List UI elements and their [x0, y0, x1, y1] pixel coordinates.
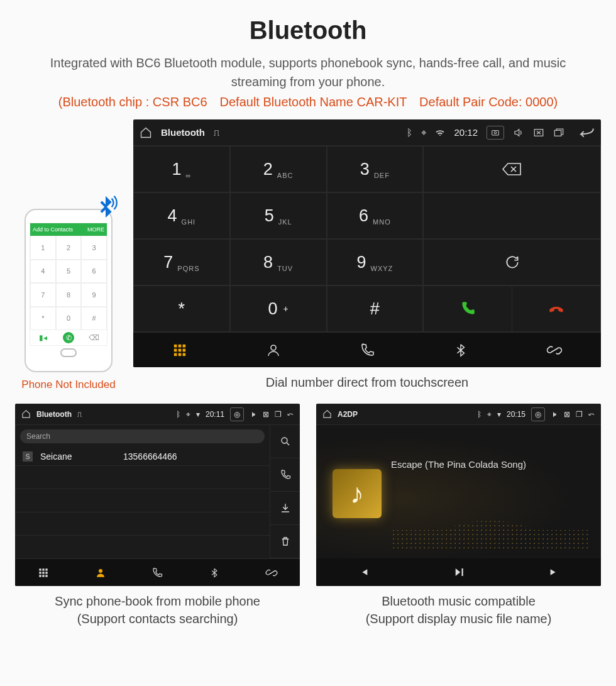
volume-icon[interactable]: 🕨 [250, 410, 257, 419]
screenshot-icon[interactable]: ◎ [230, 407, 244, 421]
svg-rect-7 [174, 348, 177, 351]
tab-recent[interactable] [321, 333, 414, 367]
tab-contacts[interactable] [72, 559, 129, 586]
contacts-status-bar: Bluetooth ⎍ ᛒ ⌖ ▾ 20:11 ◎ 🕨 ⊠ ❐ ⤺ [15, 404, 300, 425]
svg-rect-16 [43, 568, 45, 570]
close-screen-icon[interactable]: ⊠ [263, 410, 269, 419]
key-9[interactable]: 9WXYZ [327, 239, 424, 285]
key-2[interactable]: 2ABC [230, 146, 327, 192]
tab-keypad[interactable] [15, 559, 72, 586]
phone-bar-more: MORE [87, 226, 104, 233]
phone-keypad: 123 456 789 *0# [30, 236, 107, 330]
recent-apps-icon[interactable]: ❐ [275, 410, 282, 419]
key-0[interactable]: 0+ [230, 285, 327, 332]
tab-contacts[interactable] [227, 333, 321, 367]
key-6[interactable]: 6MNO [327, 192, 424, 239]
recent-apps-icon[interactable] [553, 127, 564, 138]
album-art-icon: ♪ [333, 469, 382, 518]
tab-pair[interactable] [507, 333, 601, 367]
volume-icon[interactable]: 🕨 [551, 410, 558, 419]
svg-rect-17 [46, 568, 48, 570]
svg-rect-20 [46, 572, 48, 573]
music-screen-title: A2DP [338, 410, 358, 419]
contacts-screen-title: Bluetooth [36, 410, 72, 419]
dialer-screen: Bluetooth ⎍ ᛒ ⌖ 20:12 1∞ 2ABC 3DEF 4GHI [133, 119, 601, 367]
dialer-caption: Dial number direct from touchscreen [133, 373, 601, 391]
music-screen: A2DP ᛒ ⌖ ▾ 20:15 ◎ 🕨 ⊠ ❐ ⤺ Escape (The P… [316, 404, 601, 586]
key-7[interactable]: 7PQRS [133, 239, 230, 285]
svg-rect-8 [179, 348, 182, 351]
key-3[interactable]: 3DEF [327, 146, 424, 192]
contact-row[interactable]: S Seicane 13566664466 [15, 448, 270, 466]
side-search-icon[interactable] [270, 425, 300, 458]
key-8[interactable]: 8TUV [230, 239, 327, 285]
clock-text: 20:11 [206, 410, 224, 419]
tab-recent[interactable] [129, 559, 186, 586]
back-icon[interactable]: ⤺ [287, 410, 294, 419]
dialer-screen-title: Bluetooth [161, 127, 205, 138]
key-5[interactable]: 5JKL [230, 192, 327, 239]
hangup-button[interactable] [512, 286, 600, 331]
tab-keypad[interactable] [133, 333, 227, 367]
dialer-status-bar: Bluetooth ⎍ ᛒ ⌖ 20:12 [133, 119, 601, 146]
contacts-caption: Sync phone-book from mobile phone(Suppor… [15, 592, 300, 628]
svg-point-1 [494, 131, 497, 134]
phone-mockup: Add to Contacts MORE 123 456 789 *0# ▮◂ … [25, 209, 113, 372]
contact-number: 13566664466 [123, 451, 177, 462]
bluetooth-icon: ᛒ [407, 127, 412, 138]
contacts-search-input[interactable]: Search [20, 429, 265, 443]
close-screen-icon[interactable] [533, 127, 544, 138]
tab-bluetooth[interactable] [414, 333, 507, 367]
music-controls [316, 558, 601, 586]
visualizer [392, 493, 588, 550]
svg-rect-4 [174, 344, 177, 347]
close-screen-icon[interactable]: ⊠ [564, 410, 570, 419]
screenshot-icon[interactable] [487, 126, 504, 140]
bluetooth-icon: ᛒ [477, 410, 481, 419]
svg-point-13 [271, 345, 276, 350]
call-button[interactable] [424, 286, 512, 331]
play-pause-button[interactable] [411, 558, 506, 586]
svg-point-14 [282, 438, 287, 443]
now-playing-title: Escape (The Pina Colada Song) [391, 459, 526, 470]
wifi-icon: ▾ [497, 410, 501, 419]
home-icon[interactable] [140, 126, 152, 139]
bluetooth-signal-icon [91, 194, 120, 223]
bluetooth-icon: ᛒ [176, 410, 180, 419]
key-star[interactable]: * [133, 285, 230, 332]
redial-button[interactable] [424, 240, 600, 285]
back-icon[interactable] [578, 127, 595, 138]
clock-text: 20:15 [507, 410, 525, 419]
volume-icon[interactable] [513, 127, 524, 138]
svg-rect-21 [40, 575, 41, 577]
prev-track-button[interactable] [316, 558, 411, 586]
home-icon[interactable] [21, 409, 31, 419]
dialer-keypad: 1∞ 2ABC 3DEF 4GHI 5JKL 6MNO 7PQRS 8TUV 9… [133, 146, 423, 332]
key-4[interactable]: 4GHI [133, 192, 230, 239]
page-title: Bluetooth [0, 0, 616, 53]
phone-delete-icon: ⌫ [81, 330, 107, 345]
side-download-icon[interactable] [270, 492, 300, 525]
side-call-icon[interactable] [270, 458, 300, 492]
svg-rect-11 [179, 353, 182, 356]
home-icon[interactable] [322, 409, 332, 419]
back-icon[interactable]: ⤺ [588, 410, 595, 419]
screenshot-icon[interactable]: ◎ [531, 407, 545, 421]
music-status-bar: A2DP ᛒ ⌖ ▾ 20:15 ◎ 🕨 ⊠ ❐ ⤺ [316, 404, 601, 425]
side-delete-icon[interactable] [270, 525, 300, 558]
key-1[interactable]: 1∞ [133, 146, 230, 192]
svg-rect-10 [174, 353, 177, 356]
backspace-button[interactable] [424, 147, 600, 192]
location-icon: ⌖ [487, 410, 492, 419]
svg-point-24 [99, 569, 102, 573]
location-icon: ⌖ [421, 127, 426, 138]
tab-bluetooth[interactable] [186, 559, 243, 586]
recent-apps-icon[interactable]: ❐ [576, 410, 583, 419]
usb-icon: ⎍ [214, 127, 219, 138]
tab-pair[interactable] [243, 559, 300, 586]
key-hash[interactable]: # [327, 285, 424, 332]
next-track-button[interactable] [506, 558, 601, 586]
svg-rect-9 [183, 348, 186, 351]
svg-rect-23 [46, 575, 48, 577]
phone-bar-label: Add to Contacts [33, 226, 73, 233]
